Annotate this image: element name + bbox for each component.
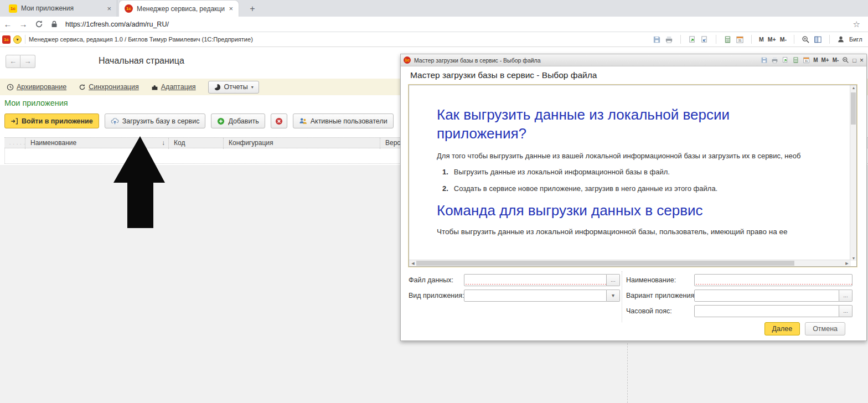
refresh-icon bbox=[79, 84, 86, 91]
nav-forward-button[interactable]: → bbox=[20, 55, 35, 68]
sync-link[interactable]: Синхронизация bbox=[89, 83, 139, 91]
print-icon[interactable] bbox=[771, 56, 778, 64]
export-document-icon[interactable] bbox=[782, 56, 789, 64]
name-field bbox=[694, 274, 852, 286]
vertical-scrollbar[interactable]: ▲ ▼ bbox=[850, 85, 856, 261]
browser-reload-icon[interactable] bbox=[31, 20, 46, 28]
calendar-icon[interactable]: 31 bbox=[736, 35, 744, 44]
reports-button[interactable]: Отчеты ▾ bbox=[208, 81, 259, 94]
browser-forward-icon[interactable]: → bbox=[16, 19, 31, 29]
maximize-icon[interactable]: □ bbox=[852, 57, 856, 64]
col-header-config[interactable]: Конфигурация bbox=[223, 138, 380, 149]
browser-back-icon[interactable]: ← bbox=[0, 19, 16, 29]
url-text[interactable]: https://1cfresh.com/a/adm/ru_RU/ bbox=[65, 20, 853, 28]
col-header-name[interactable]: Наименование ↓ bbox=[25, 138, 168, 149]
app-variant-input[interactable] bbox=[694, 290, 839, 302]
section-title-my-apps: Мои приложения bbox=[4, 99, 68, 107]
calculator-icon[interactable] bbox=[724, 35, 732, 44]
timezone-field: ... bbox=[694, 305, 852, 317]
browser-tab-my-apps[interactable]: 1с Мои приложения × bbox=[3, 0, 117, 17]
col-header-code[interactable]: Код bbox=[168, 138, 223, 149]
calculator-icon[interactable] bbox=[792, 56, 799, 64]
main-menu-button[interactable]: ▾ bbox=[13, 35, 22, 44]
sort-desc-icon: ↓ bbox=[162, 138, 165, 148]
horizontal-scroll-thumb[interactable] bbox=[416, 261, 794, 266]
browser-tab-service-manager[interactable]: 1с Менеджер сервиса, редакция 1 × bbox=[118, 0, 239, 17]
divider bbox=[25, 35, 25, 44]
memory-add-button[interactable]: M+ bbox=[821, 57, 829, 63]
close-icon[interactable]: × bbox=[860, 56, 864, 64]
save-icon[interactable] bbox=[653, 35, 661, 44]
name-label: Наименование: bbox=[626, 276, 676, 284]
close-tab-icon[interactable]: × bbox=[107, 4, 111, 13]
memory-subtract-button[interactable]: M- bbox=[833, 57, 839, 63]
svg-text:31: 31 bbox=[738, 39, 741, 42]
new-tab-button[interactable]: + bbox=[246, 2, 259, 16]
save-icon[interactable] bbox=[761, 56, 768, 64]
nav-back-button[interactable]: ← bbox=[6, 55, 20, 68]
data-file-input[interactable] bbox=[464, 274, 607, 286]
adapt-link[interactable]: Адаптация bbox=[161, 83, 196, 91]
export-document-icon[interactable] bbox=[688, 35, 696, 44]
close-tab-icon[interactable]: × bbox=[229, 4, 233, 13]
tab-title: Мои приложения bbox=[21, 4, 103, 12]
pie-chart-icon bbox=[214, 84, 221, 91]
divider bbox=[794, 35, 794, 44]
memory-store-button[interactable]: M bbox=[813, 57, 818, 63]
1c-logo-icon[interactable]: 1с bbox=[2, 35, 11, 44]
svg-text:31: 31 bbox=[805, 60, 808, 63]
timezone-browse-button[interactable]: ... bbox=[839, 305, 852, 317]
bookmark-star-icon[interactable]: ☆ bbox=[853, 19, 860, 29]
memory-add-button[interactable]: M+ bbox=[768, 36, 776, 43]
scroll-down-icon[interactable]: ▼ bbox=[850, 256, 857, 260]
active-users-button[interactable]: Активные пользователи bbox=[293, 113, 394, 128]
vertical-scroll-thumb[interactable] bbox=[851, 92, 856, 125]
print-icon[interactable] bbox=[665, 35, 673, 44]
split-view-icon[interactable] bbox=[814, 35, 822, 44]
enter-app-button[interactable]: Войти в приложение bbox=[4, 113, 99, 128]
help-step-1: 1. Выгрузить данные из локальной информа… bbox=[437, 168, 850, 176]
dialog-titlebar[interactable]: 1с Мастер загрузки базы в сервис - Выбор… bbox=[401, 54, 866, 66]
memory-subtract-button[interactable]: M- bbox=[780, 36, 787, 43]
horizontal-scrollbar[interactable]: ◀ ▶ bbox=[409, 260, 851, 266]
step-number: 1. bbox=[442, 168, 448, 176]
user-name[interactable]: Бигл bbox=[849, 36, 868, 43]
adapt-link-wrap: Адаптация bbox=[151, 83, 196, 91]
browser-tab-strip: 1с Мои приложения × 1с Менеджер сервиса,… bbox=[0, 0, 868, 17]
scroll-left-icon[interactable]: ◀ bbox=[410, 261, 416, 266]
memory-store-button[interactable]: M bbox=[759, 36, 764, 43]
scroll-up-icon[interactable]: ▲ bbox=[850, 86, 857, 90]
app-kind-dropdown-button[interactable]: ▾ bbox=[607, 290, 620, 302]
data-file-browse-button[interactable]: ... bbox=[607, 274, 620, 286]
next-button[interactable]: Далее bbox=[764, 322, 800, 335]
import-document-icon[interactable] bbox=[700, 35, 709, 44]
timezone-label: Часовой пояс: bbox=[626, 307, 672, 315]
user-icon[interactable] bbox=[837, 35, 845, 44]
step-text: Выгрузить данные из локальной информацио… bbox=[454, 168, 670, 176]
cancel-button[interactable]: Отмена bbox=[805, 322, 845, 335]
app-variant-browse-button[interactable]: ... bbox=[839, 290, 852, 302]
archive-link[interactable]: Архивирование bbox=[17, 83, 66, 91]
plus-circle-icon bbox=[217, 117, 225, 125]
name-input[interactable] bbox=[694, 274, 852, 286]
lock-icon bbox=[46, 20, 62, 28]
1c-favicon: 1с bbox=[404, 56, 411, 64]
col-header-dots[interactable]: . . . . . bbox=[4, 138, 25, 149]
dialog-window-title: Мастер загрузки базы в сервис - Выбор фа… bbox=[414, 57, 541, 64]
apps-toolbar: Войти в приложение Загрузить базу в серв… bbox=[4, 113, 394, 128]
zoom-icon[interactable] bbox=[842, 56, 849, 64]
scroll-right-icon[interactable]: ▶ bbox=[844, 261, 850, 266]
add-button[interactable]: Добавить bbox=[211, 113, 265, 128]
calendar-icon[interactable]: 31 bbox=[803, 56, 810, 64]
app-kind-input[interactable] bbox=[464, 290, 607, 302]
divider bbox=[680, 35, 681, 44]
upload-db-button[interactable]: Загрузить базу в сервис bbox=[105, 113, 206, 128]
upload-db-label: Загрузить базу в сервис bbox=[122, 117, 200, 125]
zoom-icon[interactable] bbox=[802, 35, 810, 44]
dialog-heading: Мастер загрузки базы в сервис - Выбор фа… bbox=[410, 70, 597, 80]
reports-label: Отчеты bbox=[224, 83, 248, 91]
timezone-input[interactable] bbox=[694, 305, 839, 317]
delete-button[interactable] bbox=[271, 113, 287, 128]
sync-link-wrap: Синхронизация bbox=[79, 83, 139, 91]
1c-favicon: 1с bbox=[125, 4, 133, 13]
